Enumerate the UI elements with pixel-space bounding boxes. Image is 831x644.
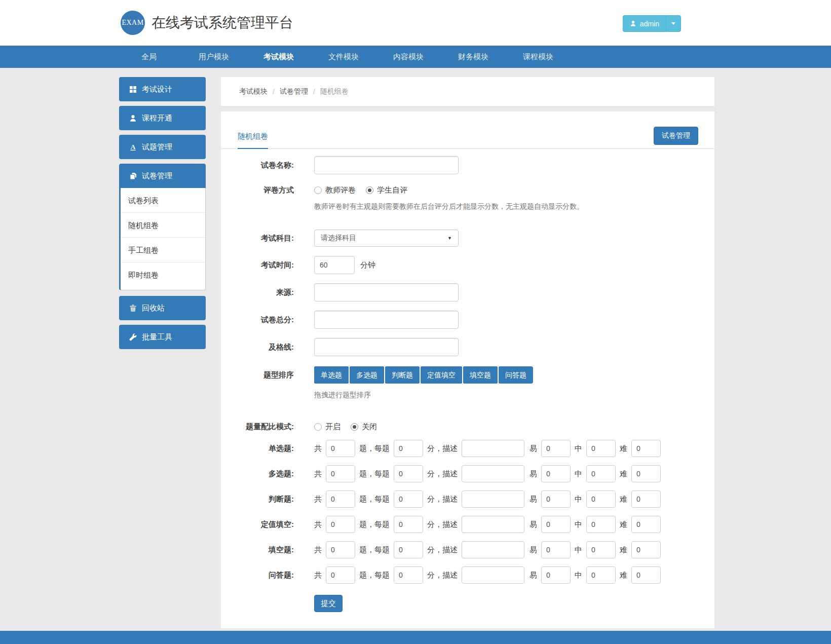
question-hard-input[interactable] (631, 465, 661, 482)
sidebar-item-recycle-bin[interactable]: 回收站 (119, 296, 206, 320)
radio-teacher-grading[interactable]: 教师评卷 (314, 185, 356, 195)
question-row: 多选题: 共 题，每题 分，描述 易 中 难 (221, 465, 714, 482)
nav-item[interactable]: 考试模块 (246, 46, 311, 68)
paper-name-input[interactable] (314, 156, 459, 174)
question-medium-input[interactable] (586, 541, 616, 558)
submenu-item[interactable]: 即时组卷 (121, 262, 205, 287)
question-score-input[interactable] (394, 465, 423, 482)
breadcrumb-section[interactable]: 试卷管理 (280, 87, 308, 96)
question-count-input[interactable] (326, 541, 355, 558)
type-order-button[interactable]: 定值填空 (421, 366, 462, 384)
exam-logo: EXAM (121, 11, 145, 35)
breadcrumb-separator: / (273, 88, 275, 96)
question-easy-input[interactable] (541, 490, 571, 508)
radio-ratio-off[interactable]: 关闭 (351, 422, 377, 432)
question-score-input[interactable] (394, 440, 423, 457)
type-order-button[interactable]: 判断题 (385, 366, 420, 384)
question-easy-input[interactable] (541, 516, 571, 533)
radio-icon-checked[interactable] (351, 423, 358, 431)
sidebar-item-label: 批量工具 (142, 332, 172, 342)
question-medium-input[interactable] (586, 566, 616, 584)
hard-text: 难 (620, 545, 627, 555)
question-easy-input[interactable] (541, 440, 571, 457)
type-order-button[interactable]: 问答题 (499, 366, 533, 384)
nav-item[interactable]: 用户模块 (181, 46, 246, 68)
medium-text: 中 (575, 495, 582, 504)
question-hard-input[interactable] (631, 541, 661, 558)
question-medium-input[interactable] (586, 440, 616, 457)
medium-text: 中 (575, 545, 582, 555)
radio-icon-checked[interactable] (366, 186, 373, 194)
question-count-input[interactable] (326, 490, 355, 508)
main-content: 考试模块 / 试卷管理 / 随机组卷 随机组卷 试卷管理 试卷名称: 评卷方式 (221, 77, 714, 628)
radio-icon[interactable] (314, 186, 322, 194)
user-button[interactable]: admin (623, 15, 666, 32)
nav-item[interactable]: 财务模块 (441, 46, 506, 68)
question-score-input[interactable] (394, 490, 423, 508)
question-medium-input[interactable] (586, 465, 616, 482)
score-suffix-text: 分，描述 (427, 545, 458, 555)
question-desc-input[interactable] (462, 516, 524, 533)
question-easy-input[interactable] (541, 566, 571, 584)
sidebar-item-question-manage[interactable]: A 试题管理 (119, 135, 206, 159)
question-row: 填空题: 共 题，每题 分，描述 易 中 难 (221, 541, 714, 558)
total-score-input[interactable] (314, 311, 459, 329)
question-type-label: 多选题: (221, 469, 294, 479)
nav-item[interactable]: 课程模块 (506, 46, 571, 68)
chevron-down-icon (671, 22, 675, 25)
question-desc-input[interactable] (462, 490, 524, 508)
question-desc-input[interactable] (462, 541, 524, 558)
question-medium-input[interactable] (586, 516, 616, 533)
radio-icon[interactable] (314, 423, 322, 431)
question-count-input[interactable] (326, 465, 355, 482)
form-row-source: 来源: (221, 283, 714, 301)
nav-item[interactable]: 全局 (117, 46, 181, 68)
question-count-input[interactable] (326, 516, 355, 533)
user-dropdown-toggle[interactable] (666, 15, 681, 32)
sidebar-item-label: 试卷管理 (142, 171, 172, 181)
question-easy-input[interactable] (541, 465, 571, 482)
question-medium-input[interactable] (586, 490, 616, 508)
question-hard-input[interactable] (631, 440, 661, 457)
sidebar-item-batch-tools[interactable]: 批量工具 (119, 325, 206, 349)
submenu-item[interactable]: 手工组卷 (121, 238, 205, 262)
hard-text: 难 (620, 520, 627, 529)
sidebar-item-exam-design[interactable]: 考试设计 (119, 77, 206, 101)
paper-manage-button[interactable]: 试卷管理 (654, 127, 698, 145)
type-order-button[interactable]: 填空题 (463, 366, 498, 384)
radio-label: 开启 (325, 422, 341, 432)
question-count-input[interactable] (326, 440, 355, 457)
duration-input[interactable] (314, 256, 355, 274)
subject-select[interactable]: 请选择科目 ▼ (314, 230, 459, 247)
type-order-button[interactable]: 单选题 (314, 366, 349, 384)
source-input[interactable] (314, 283, 459, 301)
question-easy-input[interactable] (541, 541, 571, 558)
question-score-input[interactable] (394, 516, 423, 533)
source-label: 来源: (221, 288, 294, 297)
question-count-input[interactable] (326, 566, 355, 584)
pass-line-input[interactable] (314, 338, 459, 356)
subject-select-value: 请选择科目 (321, 234, 356, 243)
submit-button[interactable]: 提交 (314, 595, 343, 612)
question-score-input[interactable] (394, 566, 423, 584)
tab-random-paper[interactable]: 随机组卷 (238, 132, 268, 149)
sidebar-item-paper-manage[interactable]: 试卷管理 (119, 164, 206, 188)
question-hard-input[interactable] (631, 490, 661, 508)
type-order-button[interactable]: 多选题 (350, 366, 384, 384)
radio-student-self-grading[interactable]: 学生自评 (366, 185, 407, 195)
radio-ratio-on[interactable]: 开启 (314, 422, 341, 432)
question-desc-input[interactable] (462, 465, 524, 482)
question-hard-input[interactable] (631, 516, 661, 533)
easy-text: 易 (530, 520, 537, 529)
user-name: admin (640, 20, 659, 28)
submenu-item[interactable]: 随机组卷 (121, 213, 205, 238)
nav-item[interactable]: 文件模块 (311, 46, 376, 68)
sidebar-item-course-open[interactable]: 课程开通 (119, 106, 206, 130)
question-desc-input[interactable] (462, 440, 524, 457)
question-hard-input[interactable] (631, 566, 661, 584)
nav-item[interactable]: 内容模块 (376, 46, 441, 68)
submenu-item[interactable]: 试卷列表 (121, 188, 205, 213)
breadcrumb-module[interactable]: 考试模块 (239, 87, 268, 96)
question-desc-input[interactable] (462, 566, 524, 584)
question-score-input[interactable] (394, 541, 423, 558)
